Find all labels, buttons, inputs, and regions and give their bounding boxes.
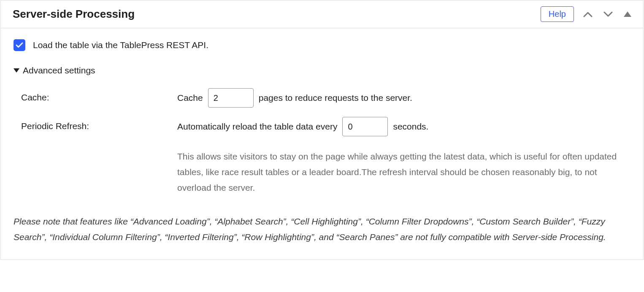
- move-up-button[interactable]: [582, 10, 594, 19]
- panel-header-actions: Help: [541, 6, 633, 22]
- load-via-rest-api-row: Load the table via the TablePress REST A…: [14, 39, 630, 51]
- move-down-button[interactable]: [602, 10, 614, 19]
- refresh-description: This allows site visitors to stay on the…: [177, 149, 629, 195]
- cache-pages-input[interactable]: [208, 88, 254, 108]
- advanced-settings-label: Advanced settings: [23, 65, 95, 76]
- periodic-refresh-content: Automatically reload the table data ever…: [177, 117, 630, 195]
- periodic-refresh-label: Periodic Refresh:: [21, 117, 177, 195]
- help-button[interactable]: Help: [541, 6, 574, 22]
- load-via-rest-api-checkbox[interactable]: [14, 39, 25, 51]
- check-icon: [16, 42, 23, 48]
- advanced-settings-grid: Cache: Cache pages to reduce requests to…: [14, 88, 630, 195]
- refresh-prefix-text: Automatically reload the table data ever…: [177, 120, 337, 133]
- panel-title: Server-side Processing: [13, 8, 135, 21]
- collapse-button[interactable]: [622, 10, 633, 19]
- panel-body: Load the table via the TablePress REST A…: [1, 28, 643, 260]
- compatibility-note: Please note that features like “Advanced…: [14, 214, 630, 245]
- server-side-processing-panel: Server-side Processing Help: [0, 0, 644, 260]
- advanced-settings-toggle[interactable]: Advanced settings: [14, 65, 630, 76]
- cache-content: Cache pages to reduce requests to the se…: [177, 88, 630, 108]
- panel-header: Server-side Processing Help: [1, 0, 643, 28]
- cache-label: Cache:: [21, 88, 177, 108]
- triangle-up-icon: [624, 11, 631, 17]
- refresh-suffix-text: seconds.: [393, 120, 428, 133]
- cache-prefix-text: Cache: [177, 91, 203, 105]
- chevron-down-icon: [603, 11, 613, 17]
- refresh-seconds-input[interactable]: [342, 117, 388, 136]
- cache-suffix-text: pages to reduce requests to the server.: [259, 91, 412, 105]
- chevron-up-icon: [583, 11, 593, 17]
- disclosure-triangle-icon: [14, 68, 19, 73]
- load-via-rest-api-label: Load the table via the TablePress REST A…: [33, 40, 208, 50]
